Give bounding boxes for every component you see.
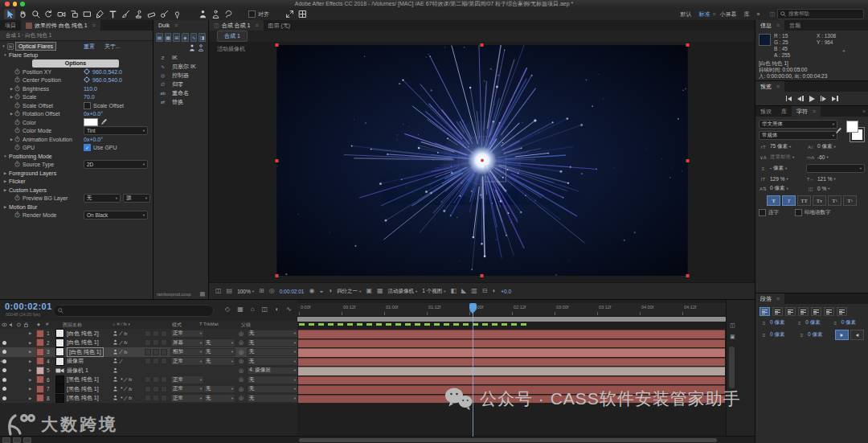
playhead-handle[interactable] xyxy=(469,303,477,310)
param-value[interactable]: On Black▾ xyxy=(84,211,148,219)
expander-icon[interactable]: ▶ xyxy=(9,137,14,142)
hand-tool-icon[interactable] xyxy=(17,9,28,19)
shy-switch-icon[interactable] xyxy=(113,386,118,392)
param-rotation-offset[interactable]: ▶Rotation Offset0x+0.0° xyxy=(0,110,153,119)
playhead-line[interactable] xyxy=(473,303,473,437)
ltr-direction-button[interactable] xyxy=(835,330,849,340)
channels-icon[interactable]: ◑ xyxy=(328,288,332,294)
twirl-icon[interactable]: ▶ xyxy=(2,188,9,192)
parent-pickwhip-icon[interactable]: ◎ xyxy=(239,347,244,357)
layer-duration-bar[interactable] xyxy=(298,339,725,348)
param-position-xy[interactable]: Position XY960.0,542.0 xyxy=(0,68,153,76)
workspace-grid-icon[interactable] xyxy=(297,9,308,19)
layer-expander-icon[interactable]: ▶ xyxy=(29,366,31,375)
all-caps-button[interactable]: TT xyxy=(797,195,811,206)
stroke-width-value[interactable]: - 像素▾ xyxy=(770,165,804,172)
expand-modes-icon[interactable] xyxy=(13,437,21,443)
eyedropper-icon[interactable] xyxy=(100,118,108,126)
puppet-pin-tool-icon[interactable] xyxy=(171,9,182,19)
effect-about-link[interactable]: 关于... xyxy=(104,43,121,51)
camera-rig-icon[interactable]: ◨ xyxy=(199,33,206,42)
horizontal-scrollbar[interactable] xyxy=(299,438,717,442)
switch-box[interactable] xyxy=(153,349,159,355)
layer-selection-handle[interactable] xyxy=(481,274,484,277)
shy-switch-icon[interactable] xyxy=(113,330,118,337)
character-icon[interactable] xyxy=(197,9,208,19)
proportional-spacing-value[interactable]: 0 %▾ xyxy=(817,186,829,191)
mask-visibility-icon[interactable]: ◎ xyxy=(269,288,275,294)
rectangle-tool-icon[interactable] xyxy=(81,9,92,19)
tab-paragraph[interactable]: 段落≡ xyxy=(755,293,784,304)
vertical-scrollbar[interactable] xyxy=(729,347,735,388)
magnification-select[interactable]: 100%▾ xyxy=(237,289,254,294)
zoom-window-icon[interactable] xyxy=(20,2,25,6)
param-color[interactable]: Color xyxy=(0,118,153,127)
shy-switch-icon[interactable] xyxy=(113,367,118,374)
switch-box[interactable] xyxy=(145,376,151,383)
blend-mode-select[interactable]: 相加▾ xyxy=(170,347,204,357)
layer-switches[interactable]: *⁄fx xyxy=(113,394,132,404)
param-value[interactable] xyxy=(84,118,108,126)
stopwatch-icon[interactable] xyxy=(14,144,20,151)
twirl-icon[interactable]: ▼ xyxy=(2,53,9,57)
layer-visibility-toggle[interactable] xyxy=(1,329,8,338)
font-style-select[interactable]: 常规体▾ xyxy=(759,131,837,140)
value-text[interactable]: 960.0,542.0 xyxy=(92,69,122,75)
composition-mini-flowchart-icon[interactable]: ◇ xyxy=(225,306,230,313)
quality-switch-icon[interactable]: ⁄ xyxy=(121,359,121,364)
stroke-style-select[interactable]: ▾ xyxy=(806,164,865,173)
param-foreground-layers[interactable]: ▶Foreground Layers xyxy=(0,169,153,178)
layer-color-chip[interactable] xyxy=(36,384,44,394)
indent-field-0[interactable]: ≡0 像素 xyxy=(760,319,792,326)
twirl-icon[interactable]: ▼ xyxy=(0,44,7,48)
layer-switches[interactable] xyxy=(113,366,118,375)
character-outline-icon[interactable] xyxy=(210,9,221,19)
param-value[interactable]: 0x+0.0° xyxy=(84,111,103,117)
layer-expander-icon[interactable]: ▶ xyxy=(29,338,31,348)
duik-item-ik[interactable]: ∿贝塞尔 IK xyxy=(154,62,208,71)
layer-name[interactable]: [白色 纯色 1] xyxy=(67,347,104,357)
tab-project[interactable]: 项目 xyxy=(0,20,21,31)
switch-box[interactable] xyxy=(161,395,167,401)
fx-switch-icon[interactable]: fx xyxy=(124,350,127,355)
switch-box[interactable] xyxy=(161,330,167,337)
stopwatch-icon[interactable] xyxy=(14,195,20,202)
quality-switch-icon[interactable]: ⁄ xyxy=(121,340,121,346)
panel-menu-icon[interactable]: ≡ xyxy=(174,23,178,28)
trkmat-select[interactable]: 无▾ xyxy=(203,338,235,348)
parent-select[interactable]: 4. 摄像层▾ xyxy=(247,366,298,375)
layer-color-chip[interactable] xyxy=(36,375,44,385)
layer-name[interactable]: [黑色 纯色 1] xyxy=(67,394,99,404)
snap-align-toggle[interactable]: 对齐 xyxy=(248,10,269,18)
rotation-tool-icon[interactable] xyxy=(43,9,54,19)
switch-box[interactable] xyxy=(145,349,151,355)
workspace-tab-小屏幕[interactable]: 小屏幕 xyxy=(719,10,736,18)
param-brightness[interactable]: ▶Brightness110.0 xyxy=(0,84,153,93)
parent-select[interactable]: 无▾ xyxy=(247,394,298,404)
workspace-menu-icon[interactable]: ≡ xyxy=(712,11,715,17)
timeline-tracks[interactable]: 0:00f00:12f01:00f01:12f02:00f02:12f03:00… xyxy=(297,300,726,443)
zoom-tool-icon[interactable] xyxy=(30,9,41,19)
tab-layer[interactable]: 图层 (无) xyxy=(264,20,296,31)
fast-preview-icon[interactable]: ◣ xyxy=(461,288,466,294)
param-value[interactable]: 960.0,542.0 xyxy=(84,68,122,76)
stopwatch-icon[interactable] xyxy=(14,127,20,134)
align-button-5[interactable] xyxy=(824,307,834,316)
character-outline-icon[interactable] xyxy=(198,44,204,51)
tab-character[interactable]: 字符≡ xyxy=(792,106,821,117)
layer-name[interactable]: 摄像层 xyxy=(67,357,84,367)
layer-duration-bar[interactable] xyxy=(298,330,725,338)
magnification-ratio-icon[interactable]: ◫ xyxy=(215,288,222,294)
motion-blur-switch-icon[interactable]: + xyxy=(0,357,3,367)
align-button-2[interactable] xyxy=(785,307,796,316)
param-value[interactable]: 960.0,540.0 xyxy=(84,76,122,84)
parent-select[interactable]: 无▾ xyxy=(247,329,298,338)
shy-switch-icon[interactable] xyxy=(113,376,118,383)
blend-mode-select[interactable]: 正常▾ xyxy=(170,329,204,338)
layer-visibility-toggle[interactable] xyxy=(1,338,8,348)
panel-menu-icon[interactable]: ≡ xyxy=(776,23,780,28)
param-flare-setup[interactable]: ▼Flare Setup xyxy=(0,51,153,59)
comp-button-icon[interactable]: ▣ xyxy=(730,334,735,340)
layer-switches[interactable]: *⁄fx xyxy=(113,384,132,394)
stopwatch-icon[interactable] xyxy=(14,211,20,219)
